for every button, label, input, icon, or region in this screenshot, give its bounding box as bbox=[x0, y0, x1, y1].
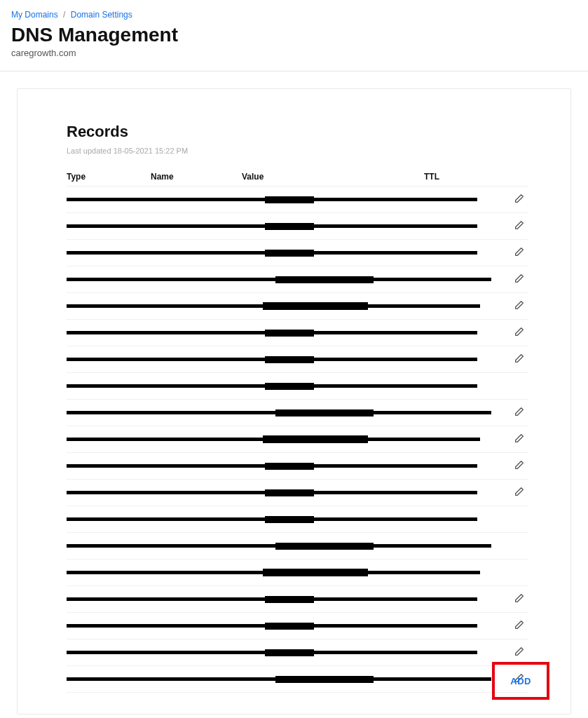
col-header-name: Name bbox=[151, 172, 242, 182]
table-row bbox=[67, 586, 528, 613]
row-redacted-content bbox=[67, 463, 493, 470]
last-updated: Last updated 18-05-2021 15:22 PM bbox=[67, 147, 528, 155]
table-row bbox=[67, 533, 528, 560]
table-row bbox=[67, 560, 528, 586]
records-table-body bbox=[67, 187, 528, 693]
row-redacted-content bbox=[67, 250, 493, 257]
col-header-ttl: TTL bbox=[424, 172, 487, 182]
row-redacted-content bbox=[67, 596, 493, 603]
edit-icon[interactable] bbox=[513, 352, 526, 365]
edit-icon[interactable] bbox=[513, 618, 526, 631]
row-redacted-content bbox=[67, 516, 493, 523]
row-redacted-content bbox=[67, 409, 493, 416]
records-table-header: Type Name Value TTL bbox=[67, 168, 528, 187]
edit-icon[interactable] bbox=[513, 645, 526, 658]
breadcrumb: My Domains / Domain Settings bbox=[11, 10, 577, 20]
table-row bbox=[67, 666, 528, 693]
row-redacted-content bbox=[67, 356, 493, 363]
edit-icon[interactable] bbox=[513, 219, 526, 231]
records-card: Records Last updated 18-05-2021 15:22 PM… bbox=[17, 88, 571, 714]
breadcrumb-item-my-domains[interactable]: My Domains bbox=[11, 10, 58, 20]
table-row bbox=[67, 240, 528, 266]
table-row bbox=[67, 480, 528, 506]
page-header: My Domains / Domain Settings DNS Managem… bbox=[0, 0, 588, 72]
table-row bbox=[67, 266, 528, 293]
records-title: Records bbox=[67, 123, 528, 141]
table-row bbox=[67, 453, 528, 480]
edit-icon[interactable] bbox=[513, 299, 526, 311]
row-redacted-content bbox=[67, 223, 493, 230]
add-button[interactable]: ADD bbox=[510, 676, 531, 686]
row-redacted-content bbox=[67, 196, 493, 203]
col-header-type: Type bbox=[67, 172, 151, 182]
table-row bbox=[67, 187, 528, 213]
table-row bbox=[67, 373, 528, 400]
row-redacted-content bbox=[67, 438, 493, 441]
row-redacted-content bbox=[67, 649, 493, 656]
page-title: DNS Management bbox=[11, 24, 577, 46]
domain-name: caregrowth.com bbox=[11, 48, 577, 58]
edit-icon[interactable] bbox=[513, 459, 526, 471]
breadcrumb-item-domain-settings[interactable]: Domain Settings bbox=[71, 10, 132, 20]
row-redacted-content bbox=[67, 676, 493, 683]
row-redacted-content bbox=[67, 383, 493, 390]
col-header-value: Value bbox=[242, 172, 424, 182]
table-row bbox=[67, 506, 528, 533]
table-row bbox=[67, 320, 528, 346]
edit-icon[interactable] bbox=[513, 485, 526, 498]
table-row bbox=[67, 613, 528, 639]
breadcrumb-separator: / bbox=[63, 10, 65, 20]
table-row bbox=[67, 213, 528, 240]
edit-icon[interactable] bbox=[513, 192, 526, 205]
row-redacted-content bbox=[67, 276, 493, 283]
add-button-highlight: ADD bbox=[492, 662, 549, 700]
edit-icon[interactable] bbox=[513, 592, 526, 604]
edit-icon[interactable] bbox=[513, 245, 526, 258]
table-row bbox=[67, 346, 528, 373]
table-row bbox=[67, 639, 528, 666]
row-redacted-content bbox=[67, 543, 493, 550]
edit-icon[interactable] bbox=[513, 405, 526, 418]
edit-icon[interactable] bbox=[513, 325, 526, 338]
row-redacted-content bbox=[67, 489, 493, 496]
row-redacted-content bbox=[67, 623, 493, 630]
row-redacted-content bbox=[67, 571, 493, 574]
row-redacted-content bbox=[67, 304, 493, 308]
edit-icon[interactable] bbox=[513, 432, 526, 445]
table-row bbox=[67, 426, 528, 453]
row-redacted-content bbox=[67, 330, 493, 337]
table-row bbox=[67, 293, 528, 320]
edit-icon[interactable] bbox=[513, 272, 526, 285]
table-row bbox=[67, 400, 528, 426]
